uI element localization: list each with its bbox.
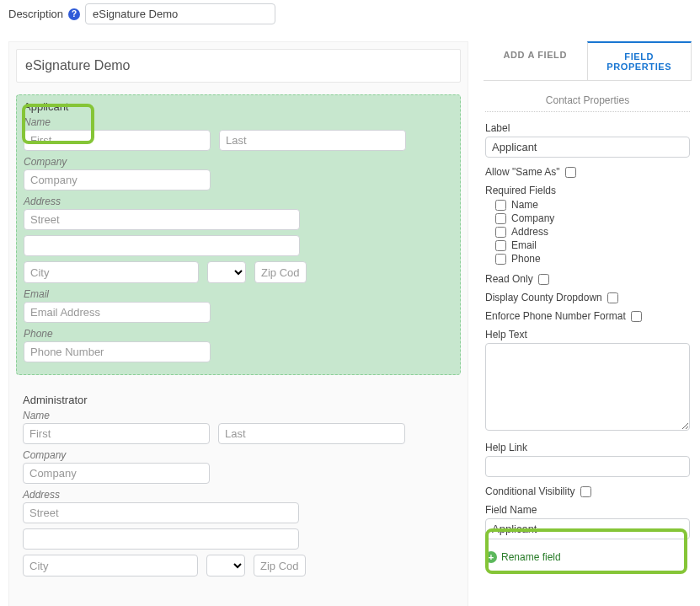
applicant-phone-input[interactable] (24, 341, 211, 362)
applicant-street2-input[interactable] (24, 235, 300, 256)
admin-address-label: Address (23, 489, 454, 501)
administrator-block[interactable]: Administrator Name Company Address (16, 389, 461, 588)
rf-email-checkbox[interactable] (495, 240, 506, 251)
form-canvas: eSignature Demo Applicant Name Company A… (8, 41, 468, 606)
properties-panel: ADD A FIELD FIELD PROPERTIES Contact Pro… (484, 41, 692, 606)
admin-company-input[interactable] (23, 463, 210, 484)
description-input[interactable] (85, 3, 275, 24)
required-fields-label: Required Fields (485, 185, 690, 196)
applicant-state-select[interactable] (207, 261, 246, 283)
admin-company-label: Company (23, 449, 454, 461)
rf-phone-checkbox[interactable] (495, 254, 506, 265)
rf-name-label: Name (511, 199, 538, 211)
field-name-label: Field Name (485, 504, 690, 516)
form-title: eSignature Demo (16, 49, 461, 83)
help-link-label: Help Link (485, 442, 690, 453)
rename-field-link[interactable]: + Rename field (485, 551, 690, 563)
rf-address-checkbox[interactable] (495, 227, 506, 238)
applicant-company-input[interactable] (24, 169, 211, 190)
admin-street-input[interactable] (23, 502, 299, 523)
applicant-email-label: Email (24, 288, 453, 300)
applicant-title: Applicant (24, 100, 453, 113)
rf-name-checkbox[interactable] (495, 200, 506, 211)
applicant-address-label: Address (24, 196, 453, 207)
admin-zip-input[interactable] (254, 555, 306, 577)
same-as-label: Allow "Same As" (485, 166, 560, 178)
rf-phone-label: Phone (511, 253, 541, 265)
county-checkbox[interactable] (607, 292, 618, 303)
rename-field-text: Rename field (501, 551, 561, 563)
county-label: Display County Dropdown (485, 292, 602, 303)
help-text-input[interactable] (485, 343, 690, 431)
rf-company-checkbox[interactable] (495, 213, 506, 224)
applicant-zip-input[interactable] (254, 261, 307, 283)
admin-street2-input[interactable] (23, 528, 299, 550)
applicant-company-label: Company (24, 156, 453, 168)
admin-first-input[interactable] (23, 423, 210, 444)
applicant-city-input[interactable] (24, 261, 199, 283)
admin-last-input[interactable] (218, 423, 405, 444)
applicant-street-input[interactable] (24, 209, 300, 230)
cond-vis-label: Conditional Visibility (485, 485, 575, 497)
help-icon[interactable]: ? (68, 8, 80, 20)
admin-name-label: Name (23, 410, 454, 421)
applicant-name-label: Name (24, 116, 453, 128)
label-label: Label (485, 122, 690, 134)
read-only-checkbox[interactable] (538, 274, 549, 285)
read-only-label: Read Only (485, 273, 533, 285)
rf-email-label: Email (511, 239, 537, 251)
admin-title: Administrator (23, 394, 454, 406)
admin-city-input[interactable] (23, 555, 198, 577)
help-link-input[interactable] (485, 456, 690, 477)
plus-icon: + (485, 551, 497, 563)
field-name-input[interactable] (485, 518, 690, 539)
enforce-phone-label: Enforce Phone Number Format (485, 310, 626, 322)
applicant-last-input[interactable] (219, 130, 406, 151)
help-text-label: Help Text (485, 329, 690, 341)
applicant-email-input[interactable] (24, 302, 211, 323)
rf-address-label: Address (511, 226, 548, 238)
applicant-phone-label: Phone (24, 328, 453, 340)
applicant-first-input[interactable] (24, 130, 211, 151)
tab-field-properties[interactable]: FIELD PROPERTIES (587, 41, 692, 80)
section-contact-properties: Contact Properties (485, 89, 690, 112)
description-label: Description (8, 8, 63, 20)
tab-add-field[interactable]: ADD A FIELD (484, 41, 587, 80)
same-as-checkbox[interactable] (565, 167, 576, 178)
cond-vis-checkbox[interactable] (580, 486, 591, 497)
rf-company-label: Company (511, 212, 554, 224)
applicant-block[interactable]: Applicant Name Company Address Email (16, 94, 461, 375)
enforce-phone-checkbox[interactable] (631, 311, 642, 322)
label-input[interactable] (485, 137, 690, 158)
admin-state-select[interactable] (206, 555, 245, 577)
